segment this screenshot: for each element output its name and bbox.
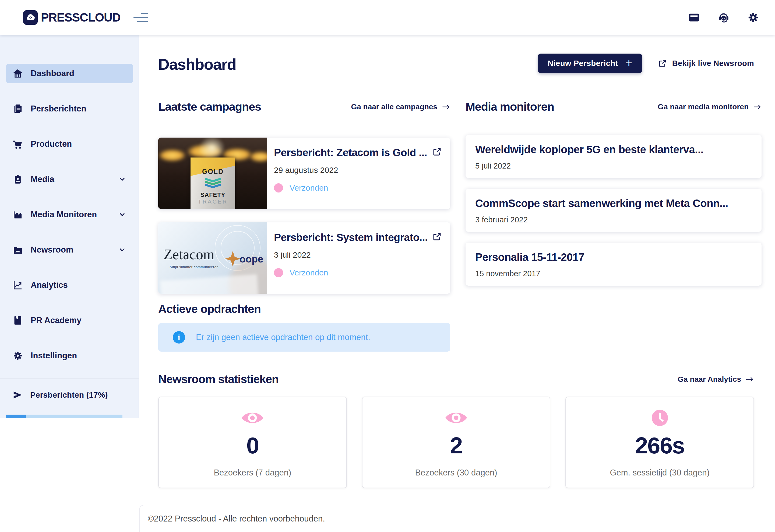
status-dot-icon: [274, 183, 283, 192]
campaign-date: 29 augustus 2022: [274, 165, 442, 175]
sidebar-item-persberichten[interactable]: Persberichten: [6, 99, 133, 118]
brand[interactable]: PRESSCLOUD: [23, 10, 121, 25]
info-icon: i: [173, 331, 185, 344]
campaign-image-zetacom: Zetacom Altijd slimmer communiceren oope: [158, 222, 267, 294]
sidebar-item-label: Media: [31, 174, 54, 184]
view-live-newsroom-link[interactable]: Bekijk live Newsroom: [658, 58, 754, 68]
plaque-brand-line2: TRACER: [190, 198, 235, 205]
badge-icon: [12, 174, 23, 185]
sidebar: Dashboard Persberichten Producten: [0, 35, 139, 418]
stat-card-visitors-7d: 0 Bezoekers (7 dagen): [158, 397, 347, 488]
status-label: Verzonden: [289, 268, 328, 277]
stat-card-session-time: 266s Gem. sessietijd (30 dagen): [565, 397, 754, 488]
new-press-release-label: Nieuw Persbericht: [548, 59, 618, 68]
chevron-down-icon[interactable]: [118, 245, 127, 254]
view-live-newsroom-label: Bekijk live Newsroom: [672, 59, 754, 68]
open-in-new-icon[interactable]: [429, 147, 442, 157]
arrow-right-icon: [745, 375, 754, 384]
support-agent-icon[interactable]: [717, 11, 730, 24]
sidebar-item-label: Analytics: [31, 280, 68, 290]
usage-progress-fill: [6, 415, 26, 418]
go-to-all-campaigns-link[interactable]: Ga naar alle campagnes: [351, 103, 450, 111]
go-to-all-campaigns-label: Ga naar alle campagnes: [351, 103, 437, 111]
new-press-release-button[interactable]: Nieuw Persbericht +: [538, 54, 642, 73]
copyright-text: ©2022 Presscloud - Alle rechten voorbeho…: [148, 514, 325, 524]
monitor-title: Personalia 15-11-2017: [475, 251, 752, 263]
campaign-title: Persbericht: System integrato...: [274, 231, 428, 243]
book-icon: [12, 315, 23, 326]
monitor-card[interactable]: CommScope start samenwerking met Meta Co…: [466, 189, 762, 232]
campaign-image-safetytracer: GOLD SAFETY TRACER: [158, 137, 267, 209]
assignments-message: Er zijn geen actieve opdrachten op dit m…: [196, 333, 370, 342]
sidebar-item-dashboard[interactable]: Dashboard: [6, 64, 133, 83]
zetacom-tagline: Altijd slimmer communiceren: [169, 265, 218, 269]
sidebar-item-label: Dashboard: [31, 69, 74, 78]
sidebar-item-label: Producten: [31, 139, 72, 149]
go-to-analytics-label: Ga naar Analytics: [678, 375, 741, 384]
sidebar-item-producten[interactable]: Producten: [6, 134, 133, 154]
send-icon: [12, 390, 23, 400]
stats-heading: Newsroom statistieken: [158, 373, 278, 386]
arrow-right-icon: [442, 103, 450, 111]
sidebar-item-label: Persberichten: [31, 104, 86, 114]
sidebar-item-media[interactable]: Media: [6, 170, 133, 189]
open-in-new-icon[interactable]: [429, 231, 442, 242]
chevron-down-icon[interactable]: [118, 210, 127, 219]
campaigns-heading: Laatste campagnes: [158, 100, 261, 113]
main-content: Dashboard Nieuw Persbericht + Bekijk liv…: [139, 35, 775, 532]
sidebar-item-label: Instellingen: [31, 351, 77, 361]
cart-icon: [12, 139, 23, 149]
billing-card-icon[interactable]: [688, 11, 700, 24]
usage-label: Persberichten (17%): [30, 390, 108, 400]
plaque-award-text: GOLD: [190, 168, 235, 175]
gear-icon: [12, 350, 23, 361]
sidebar-item-pr-academy[interactable]: PR Academy: [6, 311, 133, 330]
sidebar-item-newsroom[interactable]: Newsroom: [6, 240, 133, 259]
footer: ©2022 Presscloud - Alle rechten voorbeho…: [139, 505, 775, 532]
folder-image-icon: [12, 244, 23, 255]
open-in-new-icon: [658, 58, 667, 68]
sidebar-item-label: Newsroom: [31, 245, 73, 255]
status-label: Verzonden: [289, 183, 328, 192]
sidebar-item-analytics[interactable]: Analytics: [6, 276, 133, 295]
hamburger-menu-icon[interactable]: [133, 13, 148, 22]
sidebar-usage-persberichten[interactable]: Persberichten (17%): [0, 390, 139, 400]
sidebar-item-media-monitoren[interactable]: Media Monitoren: [6, 205, 133, 224]
brand-name: PRESSCLOUD: [41, 11, 121, 24]
stat-value: 0: [159, 432, 346, 459]
gold-award-plaque: GOLD SAFETY TRACER: [190, 157, 235, 209]
monitor-card[interactable]: Wereldwijde koploper 5G en beste klanter…: [466, 135, 762, 178]
status-dot-icon: [274, 268, 283, 277]
campaign-title: Persbericht: Zetacom is Gold ...: [274, 147, 427, 158]
sidebar-item-instellingen[interactable]: Instellingen: [6, 346, 133, 365]
chevron-down-icon[interactable]: [118, 175, 127, 184]
line-chart-icon: [12, 280, 23, 291]
area-chart-icon: [12, 209, 23, 220]
clock-icon: [566, 409, 753, 427]
assignments-info-box: i Er zijn geen actieve opdrachten op dit…: [158, 323, 450, 352]
sidebar-item-label: Media Monitoren: [31, 210, 97, 219]
usage-progress-bar: [6, 415, 122, 418]
go-to-media-monitoring-label: Ga naar media monitoren: [658, 103, 749, 111]
campaign-card[interactable]: Zetacom Altijd slimmer communiceren oope…: [158, 222, 450, 294]
campaign-card[interactable]: GOLD SAFETY TRACER Persbericht: Zetacom …: [158, 137, 450, 209]
campaign-date: 3 juli 2022: [274, 250, 442, 259]
go-to-analytics-link[interactable]: Ga naar Analytics: [678, 375, 754, 384]
page-title: Dashboard: [158, 55, 236, 73]
safetytracer-chevron-logo-icon: [205, 178, 221, 188]
monitor-title: Wereldwijde koploper 5G en beste klanter…: [475, 143, 752, 156]
stat-value: 2: [362, 432, 550, 459]
monitor-date: 3 februari 2022: [475, 215, 752, 224]
zetacom-logo-text: Zetacom: [164, 246, 214, 263]
arrow-right-icon: [753, 103, 762, 111]
stat-card-visitors-30d: 2 Bezoekers (30 dagen): [362, 397, 551, 488]
settings-gear-icon[interactable]: [747, 11, 759, 24]
stat-value: 266s: [566, 432, 753, 459]
stat-label: Bezoekers (30 dagen): [362, 468, 550, 478]
monitoring-heading: Media monitoren: [466, 100, 554, 113]
monitor-title: CommScope start samenwerking met Meta Co…: [475, 197, 752, 209]
go-to-media-monitoring-link[interactable]: Ga naar media monitoren: [658, 103, 762, 111]
presscloud-cloud-logo-icon: [23, 10, 38, 25]
monitor-date: 5 juli 2022: [475, 161, 752, 170]
monitor-card[interactable]: Personalia 15-11-2017 15 november 2017: [466, 242, 762, 286]
